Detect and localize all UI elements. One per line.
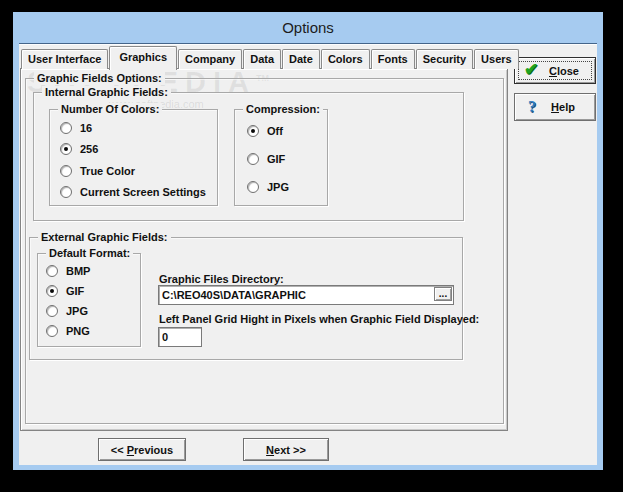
radio-button-icon[interactable] (46, 285, 58, 297)
radio-button-icon[interactable] (60, 186, 72, 198)
group-label: Graphic Fields Options: (34, 72, 165, 85)
grid-height-label: Left Panel Grid Hight in Pixels when Gra… (159, 313, 479, 325)
tab-graphics[interactable]: Graphics (109, 46, 177, 70)
dialog-client-area: User Interface Graphics Company Data Dat… (19, 43, 597, 465)
radio-current-screen-settings[interactable]: Current Screen Settings (60, 185, 206, 198)
group-number-of-colors: Number Of Colors: 16 256 True Color Curr… (49, 109, 218, 206)
radio-label: 256 (80, 143, 98, 155)
radio-compression-gif[interactable]: GIF (247, 152, 285, 165)
tab-data[interactable]: Data (243, 49, 281, 69)
tab-company[interactable]: Company (178, 49, 242, 69)
radio-button-icon[interactable] (60, 122, 72, 134)
tab-fonts[interactable]: Fonts (371, 49, 415, 69)
grid-height-input[interactable] (158, 327, 202, 347)
radio-button-icon[interactable] (46, 325, 58, 337)
radio-label: Current Screen Settings (80, 186, 206, 198)
radio-label: JPG (66, 305, 88, 317)
radio-button-icon[interactable] (46, 305, 58, 317)
group-default-format: Default Format: BMP GIF JPG PNG (37, 253, 141, 347)
options-dialog-window: Options User Interface Graphics Company … (13, 12, 603, 470)
radio-button-icon[interactable] (247, 181, 259, 193)
radio-label: Off (267, 125, 283, 137)
tab-colors[interactable]: Colors (321, 49, 370, 69)
graphics-tab-panel: SOFTPEDIATM www.softpedia.com Graphic Fi… (20, 68, 508, 431)
radio-format-png[interactable]: PNG (46, 324, 90, 337)
graphic-files-directory-field: ... (158, 285, 454, 305)
browse-button[interactable]: ... (434, 287, 452, 301)
previous-button-label: << Previous (111, 444, 173, 456)
radio-button-icon[interactable] (60, 143, 72, 155)
radio-label: GIF (267, 153, 285, 165)
radio-label: 16 (80, 122, 92, 134)
graphic-files-directory-input[interactable] (158, 285, 454, 305)
radio-label: True Color (80, 165, 135, 177)
window-title: Options (282, 19, 334, 36)
radio-button-icon[interactable] (60, 165, 72, 177)
radio-16[interactable]: 16 (60, 121, 92, 134)
next-button[interactable]: Next >> (243, 438, 329, 461)
radio-256[interactable]: 256 (60, 142, 98, 155)
radio-label: BMP (66, 265, 90, 277)
radio-label: JPG (267, 181, 289, 193)
tab-users[interactable]: Users (474, 49, 519, 69)
radio-button-icon[interactable] (247, 125, 259, 137)
group-label: External Graphic Fields: (38, 231, 171, 244)
radio-label: PNG (66, 325, 90, 337)
help-button[interactable]: ? Help (514, 93, 596, 121)
group-label: Default Format: (46, 247, 133, 260)
radio-format-jpg[interactable]: JPG (46, 304, 88, 317)
tab-strip: User Interface Graphics Company Data Dat… (21, 46, 520, 69)
group-label: Compression: (243, 103, 323, 116)
radio-format-bmp[interactable]: BMP (46, 264, 90, 277)
graphic-files-directory-label: Graphic Files Directory: (159, 273, 284, 285)
radio-label: GIF (66, 285, 84, 297)
radio-format-gif[interactable]: GIF (46, 284, 84, 297)
tab-security[interactable]: Security (416, 49, 473, 69)
title-bar[interactable]: Options (13, 12, 603, 43)
close-button[interactable]: ✔ Close (514, 57, 596, 84)
radio-compression-off[interactable]: Off (247, 124, 283, 137)
group-label: Internal Graphic Fields: (42, 86, 171, 99)
group-compression: Compression: Off GIF JPG (234, 109, 328, 206)
group-label: Number Of Colors: (58, 103, 162, 116)
radio-compression-jpg[interactable]: JPG (247, 180, 289, 193)
tab-date[interactable]: Date (282, 49, 320, 69)
radio-true-color[interactable]: True Color (60, 164, 135, 177)
radio-button-icon[interactable] (46, 265, 58, 277)
question-mark-icon: ? (528, 97, 536, 117)
help-button-label: Help (551, 101, 575, 113)
green-checkmark-icon: ✔ (524, 60, 538, 80)
previous-button[interactable]: << Previous (98, 438, 186, 461)
tab-user-interface[interactable]: User Interface (21, 49, 108, 69)
radio-button-icon[interactable] (247, 153, 259, 165)
next-button-label: Next >> (266, 444, 306, 456)
